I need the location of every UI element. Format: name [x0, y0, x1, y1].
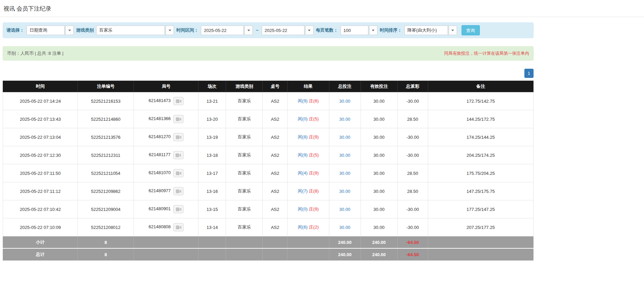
- cell-table: AS2: [263, 218, 288, 236]
- total-bet-link[interactable]: 30.00: [339, 117, 350, 122]
- video-replay-button[interactable]: [173, 169, 184, 177]
- round-id-value: 621481070: [149, 170, 171, 175]
- chevron-down-icon: [308, 30, 311, 31]
- cell-remark: 172.75/142.75: [428, 92, 533, 110]
- cell-valid-bet: 30.00: [361, 164, 397, 182]
- cell-payout: -30.00: [397, 200, 428, 218]
- search-button[interactable]: 查询: [462, 25, 480, 35]
- round-id-value: 621480808: [149, 224, 171, 229]
- video-replay-button[interactable]: [173, 97, 184, 105]
- cell-result: 闲(4) 庄(9): [288, 164, 329, 182]
- sort-input[interactable]: [404, 26, 448, 35]
- sort-caret-button[interactable]: [449, 26, 457, 35]
- round-id-value: 621481270: [149, 134, 171, 139]
- page-1-button[interactable]: 1: [524, 69, 534, 78]
- table-row: 2025-05-22 07:10:42 522521209004 6214809…: [3, 200, 534, 218]
- time-range-label: 时间区间：: [176, 27, 198, 33]
- date-to-input[interactable]: [262, 26, 304, 35]
- subtotal-payout: -64.50: [397, 236, 428, 249]
- total-row: 总计 8 240.00 240.00 -64.50: [3, 248, 534, 261]
- video-icon: [176, 99, 181, 103]
- date-to-caret-button[interactable]: [305, 26, 314, 35]
- query-type-input[interactable]: [27, 26, 65, 35]
- cell-round-id: 621481473: [134, 92, 198, 110]
- total-valid-bet: 240.00: [361, 248, 397, 261]
- cell-valid-bet: 30.00: [361, 128, 397, 146]
- cell-time: 2025-05-22 07:11:50: [3, 164, 78, 182]
- query-type-caret-button[interactable]: [65, 26, 74, 35]
- cell-game-type: 百家乐: [226, 146, 263, 164]
- chevron-down-icon: [451, 30, 454, 31]
- total-payout: -64.50: [397, 248, 428, 261]
- round-id-value: 621480901: [149, 206, 171, 211]
- result-player: 闲(6): [298, 225, 308, 230]
- col-header-bet-id: 注单编号: [78, 81, 134, 92]
- total-bet-link[interactable]: 30.00: [339, 153, 350, 158]
- cell-total-bet: 30.00: [329, 146, 361, 164]
- col-header-valid-bet: 有效投注: [361, 81, 397, 92]
- total-bet-link[interactable]: 30.00: [339, 207, 350, 212]
- date-from-input[interactable]: [201, 26, 244, 35]
- cell-session: 13-17: [198, 164, 226, 182]
- cell-payout: 28.50: [397, 182, 428, 200]
- video-icon: [176, 189, 181, 194]
- subtotal-count: 8: [78, 236, 134, 249]
- video-icon: [176, 171, 181, 176]
- cell-table: AS2: [263, 110, 288, 128]
- total-label: 总计: [3, 248, 78, 261]
- cell-table: AS2: [263, 164, 288, 182]
- result-banker: 庄(9): [309, 170, 319, 176]
- query-type-label: 请选择：: [6, 27, 24, 33]
- video-replay-button[interactable]: [173, 205, 184, 213]
- cell-remark: 175.75/204.25: [428, 164, 533, 182]
- cell-session: 13-19: [198, 128, 226, 146]
- page-size-input[interactable]: [341, 26, 368, 35]
- date-from-caret-button[interactable]: [244, 26, 253, 35]
- pagination: 1: [3, 69, 534, 78]
- col-header-table: 桌号: [263, 81, 288, 92]
- video-replay-button[interactable]: [173, 223, 184, 231]
- game-type-input[interactable]: [96, 26, 165, 35]
- col-header-result: 结果: [288, 81, 329, 92]
- cell-payout: 28.50: [397, 110, 428, 128]
- sort-combo: [404, 26, 457, 35]
- total-bet-link[interactable]: 30.00: [339, 171, 350, 176]
- total-bet-link[interactable]: 30.00: [339, 99, 350, 104]
- video-replay-button[interactable]: [173, 115, 184, 123]
- cell-round-id: 621481366: [134, 110, 198, 128]
- cell-valid-bet: 30.00: [361, 92, 397, 110]
- cell-remark: 207.25/177.25: [428, 218, 533, 236]
- cell-result: 闲(7) 庄(8): [288, 182, 329, 200]
- page-size-caret-button[interactable]: [369, 26, 378, 35]
- video-replay-button[interactable]: [173, 187, 184, 195]
- cell-total-bet: 30.00: [329, 128, 361, 146]
- total-bet-link[interactable]: 30.00: [339, 135, 350, 140]
- cell-result: 闲(0) 庄(5): [288, 110, 329, 128]
- cell-round-id: 621480977: [134, 182, 198, 200]
- result-player: 闲(7): [298, 188, 308, 194]
- cell-session: 13-18: [198, 146, 226, 164]
- result-player: 闲(8): [298, 134, 308, 139]
- video-replay-button[interactable]: [173, 133, 184, 141]
- result-banker: 庄(5): [309, 152, 319, 157]
- cell-round-id: 621480901: [134, 200, 198, 218]
- result-player: 闲(4): [298, 170, 308, 176]
- total-count: 8: [78, 248, 134, 261]
- cell-session: 13-16: [198, 182, 226, 200]
- video-replay-button[interactable]: [173, 151, 184, 159]
- round-id-value: 621481473: [149, 98, 171, 103]
- col-header-total-bet: 总投注: [329, 81, 361, 92]
- cell-total-bet: 30.00: [329, 200, 361, 218]
- cell-bet-id: 522521212311: [78, 146, 134, 164]
- cell-time: 2025-05-22 07:13:43: [3, 110, 78, 128]
- table-row: 2025-05-22 07:13:04 522521213576 6214812…: [3, 128, 534, 146]
- cell-bet-id: 522521211054: [78, 164, 134, 182]
- result-banker: 庄(9): [309, 206, 319, 212]
- total-bet-link[interactable]: 30.00: [339, 225, 350, 230]
- game-type-combo: [96, 26, 174, 35]
- cell-result: 闲(6) 庄(2): [288, 218, 329, 236]
- cell-game-type: 百家乐: [226, 218, 263, 236]
- game-type-caret-button[interactable]: [166, 26, 174, 35]
- total-bet-link[interactable]: 30.00: [339, 189, 350, 194]
- cell-table: AS2: [263, 92, 288, 110]
